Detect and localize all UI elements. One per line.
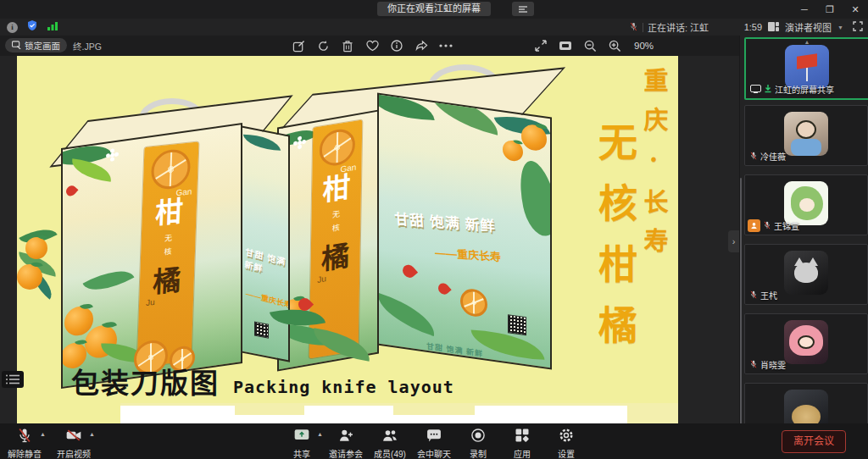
mic-muted-icon	[763, 220, 771, 232]
char-ju: 橘	[153, 265, 181, 297]
decor-flower	[400, 263, 418, 280]
apps-icon	[514, 427, 531, 445]
camera-off-icon	[64, 427, 83, 445]
pinyin-ju: Ju	[317, 274, 326, 285]
participant-tile-screen-share[interactable]: ▲ 江虹的屏幕共享	[744, 37, 868, 100]
edit-icon[interactable]	[292, 39, 305, 53]
unmute-button[interactable]: 解除静音 ▲	[5, 423, 44, 459]
chevron-down-icon: ▼	[837, 25, 843, 30]
mic-muted-icon	[749, 151, 758, 163]
invite-icon	[337, 427, 354, 445]
meeting-control-bar: 解除静音 ▲ 开启视频 ▲ 共享 ▲ 邀请参会	[0, 423, 868, 459]
chevron-up-icon[interactable]: ▲	[317, 431, 323, 437]
share-icon[interactable]	[415, 39, 428, 53]
pin-view-icon	[12, 41, 21, 51]
poster-image: Gan 柑 无核 橘 Ju 甘甜 饱满 新鲜 ——重庆长寿	[17, 56, 678, 423]
avatar	[784, 320, 828, 364]
share-screen-icon	[293, 427, 310, 445]
record-button[interactable]: 录制	[459, 423, 498, 459]
image-viewer-toolbar: 锁定画面 终.JPG 90%	[0, 36, 739, 56]
char-gan: 柑	[322, 173, 351, 207]
dieline-flap	[235, 406, 304, 415]
security-shield-icon[interactable]	[26, 19, 38, 35]
rotate-icon[interactable]	[316, 39, 330, 53]
char-gan: 柑	[155, 196, 184, 229]
meeting-info-icon[interactable]: i	[7, 22, 18, 33]
participant-name: 江虹的屏幕共享	[775, 83, 834, 96]
chat-icon	[426, 427, 442, 445]
decor-leaf	[377, 293, 438, 336]
members-button[interactable]: 成员(49)	[370, 423, 409, 459]
apps-label: 应用	[514, 447, 531, 459]
decor-orange	[521, 123, 547, 152]
members-label: 成员(49)	[374, 447, 406, 459]
fullscreen-expand-icon[interactable]	[534, 39, 548, 53]
toolbar-collapse-button[interactable]	[512, 2, 534, 16]
annotation-list-button[interactable]	[2, 371, 24, 388]
settings-label: 设置	[558, 447, 575, 459]
invite-button[interactable]: 邀请参会	[326, 423, 365, 459]
watching-banner: 你正在观看江虹的屏幕	[377, 2, 491, 16]
speaking-indicator: 正在讲话: 江虹	[629, 19, 709, 36]
avatar	[784, 251, 828, 295]
slogan-text-small: 甘甜 饱满 新鲜	[426, 340, 483, 359]
qr-code	[508, 314, 526, 335]
zoom-level[interactable]: 90%	[634, 41, 654, 51]
char-ju: 橘	[321, 241, 350, 274]
delete-icon[interactable]	[341, 39, 354, 53]
fit-screen-icon[interactable]	[559, 39, 572, 53]
zoom-in-icon[interactable]	[608, 39, 621, 53]
audio-sharing-icon	[764, 84, 772, 95]
mic-muted-icon	[749, 359, 758, 371]
share-screen-button[interactable]: 共享 ▲	[282, 423, 321, 459]
favorite-icon[interactable]	[365, 39, 379, 53]
host-badge-icon	[748, 219, 760, 232]
record-label: 录制	[470, 447, 487, 459]
mic-off-icon	[16, 427, 33, 445]
start-video-label: 开启视频	[57, 447, 91, 459]
speaking-label: 正在讲话: 江虹	[648, 20, 709, 34]
sidebar-scrollbar[interactable]	[740, 178, 742, 432]
shared-screen-viewer: 锁定画面 终.JPG 90%	[0, 36, 739, 423]
chat-button[interactable]: 会中聊天	[415, 423, 453, 459]
info-icon[interactable]	[390, 39, 403, 53]
chevron-up-icon[interactable]: ▲	[40, 431, 46, 437]
network-signal-icon[interactable]	[47, 19, 58, 35]
settings-gear-icon	[558, 427, 575, 445]
sidebar-collapse-button[interactable]: ›	[728, 230, 739, 252]
start-video-button[interactable]: 开启视频 ▲	[54, 423, 93, 459]
close-button[interactable]: ✕	[843, 0, 868, 19]
view-mode-selector[interactable]: 演讲者视图	[785, 20, 832, 34]
participant-tile[interactable]: 王杙	[744, 244, 868, 305]
status-row: i 正在讲话: 江虹 1:59 演讲者视图 ▼	[0, 19, 868, 36]
participant-name: 肖晓雯	[760, 358, 786, 371]
settings-button[interactable]: 设置	[547, 423, 586, 459]
decor-leaf	[83, 260, 135, 301]
lock-screen-label: 锁定画面	[25, 39, 60, 52]
collapse-triangle-icon[interactable]: ▲	[804, 39, 810, 45]
pinyin-ju: Ju	[146, 297, 155, 307]
decor-leaf	[68, 158, 115, 182]
decor-orange	[503, 139, 523, 162]
participant-tile[interactable]: 冷佳薇	[744, 105, 868, 166]
window-titlebar: 你正在观看江虹的屏幕 ─ ❐ ✕	[0, 0, 868, 19]
apps-button[interactable]: 应用	[503, 423, 542, 459]
participants-sidebar: ▲ 江虹的屏幕共享 冷佳薇	[739, 36, 868, 423]
participant-tile[interactable]: 肖晓雯	[744, 313, 868, 374]
leave-meeting-button[interactable]: 离开会议	[782, 430, 846, 453]
toolbar-collapse-icon	[518, 2, 528, 17]
restore-button[interactable]: ❐	[817, 0, 843, 19]
brand-banner: Gan 柑 无核 橘 Ju	[137, 141, 199, 367]
orange-slice-icon	[151, 147, 192, 191]
decor-flower	[64, 184, 79, 198]
lock-screen-button[interactable]: 锁定画面	[5, 38, 67, 53]
chevron-up-icon[interactable]: ▲	[89, 431, 95, 437]
zoom-out-icon[interactable]	[583, 39, 597, 53]
decor-leaf	[243, 135, 281, 151]
more-icon[interactable]	[439, 39, 453, 53]
minimize-button[interactable]: ─	[792, 0, 817, 19]
participant-tile[interactable]: 王锦萱	[744, 174, 868, 235]
orange-slice-icon	[460, 287, 487, 318]
orange-slice-icon	[320, 127, 356, 169]
fullscreen-icon[interactable]	[853, 21, 863, 33]
